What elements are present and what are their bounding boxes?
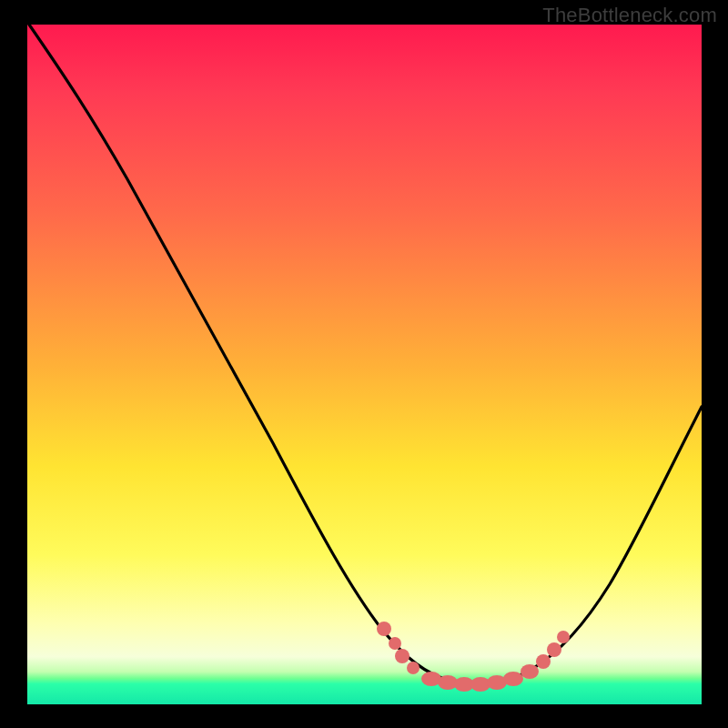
highlight-dot	[395, 649, 410, 663]
highlight-dot	[557, 631, 570, 643]
chart-frame: TheBottleneck.com	[0, 0, 728, 728]
highlight-dot	[547, 642, 561, 657]
chart-svg	[27, 25, 702, 704]
highlight-dot	[377, 622, 391, 636]
highlight-dot	[536, 654, 551, 669]
highlight-dot	[521, 664, 539, 679]
watermark-text: TheBottleneck.com	[542, 4, 717, 27]
highlight-dots-group	[377, 622, 570, 692]
bottleneck-curve	[29, 25, 702, 684]
highlight-dot	[503, 672, 523, 686]
highlight-dot	[407, 662, 420, 674]
highlight-dot	[389, 637, 401, 650]
